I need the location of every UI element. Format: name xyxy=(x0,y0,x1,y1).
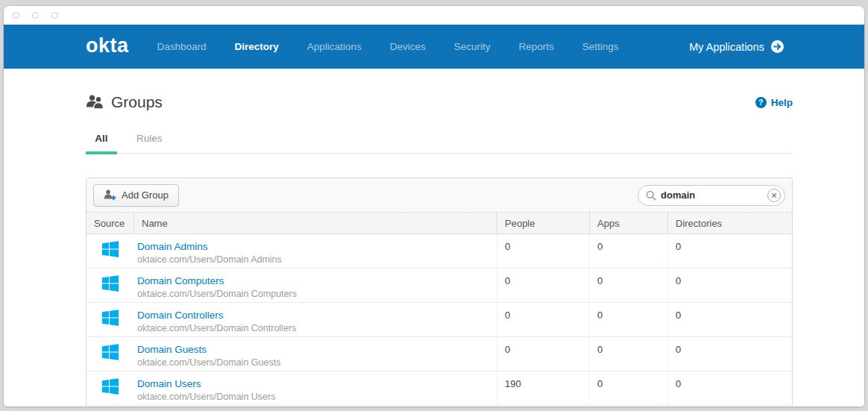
group-path: oktaice.com/Users/Domain Computers xyxy=(137,289,497,299)
people-count: 0 xyxy=(497,269,589,302)
main-content: Groups ? Help All Rules xyxy=(4,69,864,407)
page-title: Groups xyxy=(86,93,163,111)
apps-count: 0 xyxy=(589,337,667,371)
nav-item-directory[interactable]: Directory xyxy=(235,41,279,52)
clear-search-icon[interactable]: ✕ xyxy=(767,189,781,202)
arrow-right-icon xyxy=(771,40,784,53)
nav-item-devices[interactable]: Devices xyxy=(390,41,426,52)
window-control-3[interactable] xyxy=(51,12,58,19)
table-row: Domain Controllersoktaice.com/Users/Doma… xyxy=(87,303,792,337)
help-icon: ? xyxy=(755,97,767,108)
group-name-link[interactable]: Domain Users xyxy=(137,378,201,389)
nav-item-dashboard[interactable]: Dashboard xyxy=(157,41,207,52)
help-link[interactable]: ? Help xyxy=(755,97,793,108)
group-path: oktaice.com/Users/Domain Users xyxy=(137,392,497,402)
column-header-apps: Apps xyxy=(589,213,667,233)
windows-logo-icon xyxy=(102,378,119,405)
search-icon xyxy=(646,190,656,201)
group-name-link[interactable]: Domain Admins xyxy=(137,241,208,252)
column-header-source: Source xyxy=(87,213,133,233)
my-applications-label: My Applications xyxy=(689,41,764,53)
directories-count: 0 xyxy=(667,234,792,268)
windows-logo-icon xyxy=(102,241,119,268)
group-name-link[interactable]: Domain Computers xyxy=(137,275,224,286)
browser-window: okta Dashboard Directory Applications De… xyxy=(4,6,864,407)
nav-item-settings[interactable]: Settings xyxy=(582,41,619,52)
directories-count: 0 xyxy=(667,303,792,336)
windows-logo-icon xyxy=(102,344,119,371)
directories-count: 0 xyxy=(667,269,792,302)
groups-grid: Add Group ✕ Source Name xyxy=(86,178,793,406)
screen: okta Dashboard Directory Applications De… xyxy=(0,0,868,411)
groups-icon xyxy=(86,95,104,110)
group-search-box: ✕ xyxy=(638,185,785,206)
table-row: Domain Guestsoktaice.com/Users/Domain Gu… xyxy=(87,337,792,371)
group-path: oktaice.com/Users/Domain Admins xyxy=(137,254,497,265)
top-navbar: okta Dashboard Directory Applications De… xyxy=(4,25,864,69)
window-control-1[interactable] xyxy=(13,12,19,19)
page-header: Groups ? Help xyxy=(86,69,793,115)
group-name-link[interactable]: Domain Controllers xyxy=(137,310,224,321)
group-search-input[interactable] xyxy=(661,189,767,201)
help-label: Help xyxy=(771,97,793,108)
people-count: 0 xyxy=(497,234,589,268)
table-row: Domain Computersoktaice.com/Users/Domain… xyxy=(87,269,792,303)
tabs: All Rules xyxy=(86,133,793,154)
apps-count: 0 xyxy=(589,234,667,268)
nav-item-security[interactable]: Security xyxy=(454,41,491,52)
apps-count: 0 xyxy=(589,371,667,405)
table-row: Domain Usersoktaice.com/Users/Domain Use… xyxy=(87,371,792,406)
directories-count: 0 xyxy=(667,337,792,371)
group-path: oktaice.com/Users/Domain Guests xyxy=(137,357,497,368)
windows-logo-icon xyxy=(102,275,119,302)
browser-titlebar xyxy=(4,6,864,25)
okta-logo[interactable]: okta xyxy=(86,36,129,56)
people-count: 190 xyxy=(497,371,589,405)
directories-count: 0 xyxy=(667,371,792,405)
group-path: oktaice.com/Users/Domain Controllers xyxy=(137,323,497,333)
tab-all[interactable]: All xyxy=(86,133,117,153)
apps-count: 0 xyxy=(589,303,667,336)
nav-menu: Dashboard Directory Applications Devices… xyxy=(157,41,647,52)
add-group-label: Add Group xyxy=(122,189,169,201)
grid-toolbar: Add Group ✕ xyxy=(87,178,792,213)
table-row: Domain Adminsoktaice.com/Users/Domain Ad… xyxy=(87,234,792,269)
column-header-name: Name xyxy=(133,213,497,233)
column-header-directories: Directories xyxy=(667,213,792,233)
windows-logo-icon xyxy=(102,310,119,336)
table-header-row: Source Name People Apps Directories xyxy=(87,213,792,234)
nav-item-applications[interactable]: Applications xyxy=(307,41,362,52)
people-count: 0 xyxy=(497,303,589,336)
column-header-people: People xyxy=(497,213,589,233)
nav-item-reports[interactable]: Reports xyxy=(518,41,553,52)
group-name-link[interactable]: Domain Guests xyxy=(137,344,207,355)
my-applications-link[interactable]: My Applications xyxy=(689,40,784,53)
apps-count: 0 xyxy=(589,269,667,302)
tab-rules[interactable]: Rules xyxy=(136,133,163,153)
people-count: 0 xyxy=(497,337,589,371)
page-title-text: Groups xyxy=(111,93,163,111)
add-group-icon xyxy=(104,189,116,201)
add-group-button[interactable]: Add Group xyxy=(93,184,179,207)
window-control-2[interactable] xyxy=(32,12,39,19)
